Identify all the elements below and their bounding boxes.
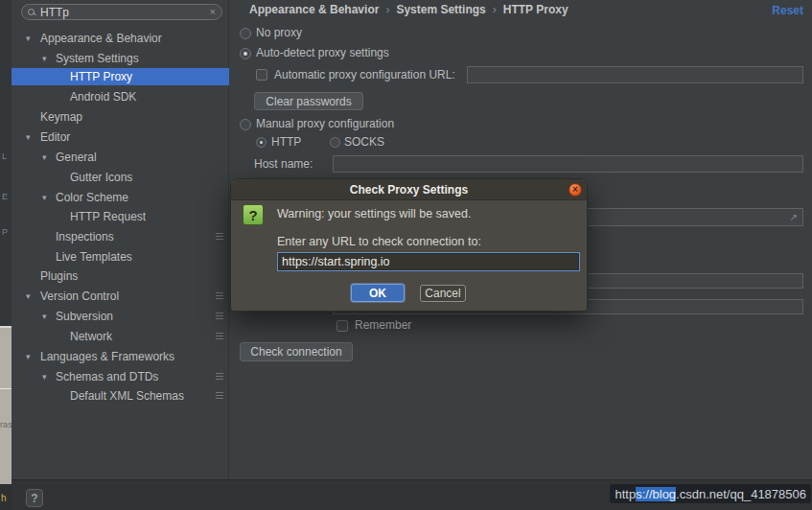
watermark-highlighted-text: s://blog bbox=[636, 487, 676, 501]
settings-search-input[interactable]: HTTp × bbox=[21, 4, 222, 20]
sidebar-item-gutter-icons[interactable]: Gutter Icons bbox=[12, 169, 229, 186]
collapse-arrow-icon[interactable]: ▾ bbox=[42, 308, 47, 325]
sidebar-item-editor[interactable]: ▾Editor bbox=[12, 128, 229, 146]
project-settings-icon bbox=[216, 373, 223, 382]
expand-field-icon[interactable]: ↗ bbox=[790, 212, 798, 222]
collapse-arrow-icon[interactable]: ▾ bbox=[42, 189, 47, 206]
breadcrumb-http-proxy: HTTP Proxy bbox=[503, 3, 568, 16]
cancel-button[interactable]: Cancel bbox=[420, 285, 466, 302]
help-button[interactable]: ? bbox=[26, 489, 43, 507]
background-text-fragment: L bbox=[2, 151, 7, 161]
search-query-text: HTTp bbox=[40, 6, 210, 19]
background-window-divider bbox=[0, 388, 12, 389]
project-settings-icon bbox=[216, 292, 223, 301]
auto-url-label[interactable]: Automatic proxy configuration URL: bbox=[274, 68, 455, 81]
check-url-input[interactable] bbox=[277, 252, 580, 271]
project-settings-icon bbox=[216, 233, 223, 242]
collapse-arrow-icon[interactable]: ▾ bbox=[42, 50, 47, 67]
collapse-arrow-icon[interactable]: ▾ bbox=[26, 30, 31, 47]
project-settings-icon bbox=[216, 333, 223, 341]
sidebar-item-http-request[interactable]: HTTP Request bbox=[12, 208, 229, 225]
settings-sidebar: HTTp × ▾Appearance & Behavior ▾System Se… bbox=[12, 0, 229, 479]
breadcrumb: Appearance & Behavior›System Settings›HT… bbox=[249, 3, 568, 16]
manual-proxy-label[interactable]: Manual proxy configuration bbox=[256, 117, 394, 130]
collapse-arrow-icon[interactable]: ▾ bbox=[26, 128, 31, 146]
check-connection-button[interactable]: Check connection bbox=[240, 342, 353, 361]
sidebar-item-appearance-behavior[interactable]: ▾Appearance & Behavior bbox=[12, 30, 229, 47]
auto-url-field[interactable] bbox=[467, 66, 803, 83]
collapse-arrow-icon[interactable]: ▾ bbox=[26, 348, 31, 365]
sidebar-item-general[interactable]: ▾General bbox=[12, 149, 229, 166]
background-text-fragment: E bbox=[2, 192, 8, 201]
http-radio[interactable] bbox=[256, 137, 267, 148]
breadcrumb-appearance-behavior[interactable]: Appearance & Behavior bbox=[249, 3, 379, 16]
auto-url-checkbox[interactable] bbox=[256, 69, 267, 81]
sidebar-item-version-control[interactable]: ▾Version Control bbox=[12, 288, 229, 305]
sidebar-item-color-scheme[interactable]: ▾Color Scheme bbox=[12, 189, 229, 206]
sidebar-item-network[interactable]: Network bbox=[12, 328, 229, 345]
breadcrumb-separator: › bbox=[385, 3, 389, 16]
search-icon bbox=[28, 9, 35, 16]
background-window-dark-area bbox=[0, 0, 12, 326]
ok-button[interactable]: OK bbox=[351, 284, 405, 302]
dialog-title: Check Proxy Settings bbox=[231, 179, 587, 200]
collapse-arrow-icon[interactable]: ▾ bbox=[42, 149, 47, 166]
reset-link[interactable]: Reset bbox=[772, 4, 803, 17]
auto-detect-label[interactable]: Auto-detect proxy settings bbox=[256, 46, 389, 59]
background-text-fragment: P bbox=[2, 227, 8, 237]
clear-passwords-button[interactable]: Clear passwords bbox=[254, 92, 363, 110]
manual-proxy-radio[interactable] bbox=[240, 119, 251, 130]
clear-search-icon[interactable]: × bbox=[210, 7, 216, 17]
sidebar-item-inspections[interactable]: Inspections bbox=[12, 228, 229, 245]
settings-screen: L E P ras h HTTp × ▾Appearance & Behavio… bbox=[0, 0, 812, 510]
remember-label[interactable]: Remember bbox=[355, 318, 411, 332]
watermark-text: http bbox=[615, 487, 636, 501]
csdn-watermark: https://blog.csdn.net/qq_41878506 bbox=[610, 484, 811, 503]
project-settings-icon bbox=[216, 392, 223, 401]
sidebar-item-subversion[interactable]: ▾Subversion bbox=[12, 308, 229, 325]
dialog-prompt-text: Enter any URL to check connection to: bbox=[277, 235, 481, 248]
question-icon: ? bbox=[243, 204, 264, 225]
sidebar-item-plugins[interactable]: Plugins bbox=[12, 267, 229, 285]
host-name-field[interactable] bbox=[333, 155, 803, 173]
auto-detect-radio[interactable] bbox=[240, 48, 251, 59]
background-window-light-area bbox=[0, 326, 12, 484]
host-name-label: Host name: bbox=[254, 157, 313, 171]
background-window-strip: L E P ras h bbox=[0, 0, 12, 510]
socks-label[interactable]: SOCKS bbox=[344, 135, 384, 149]
http-label[interactable]: HTTP bbox=[271, 135, 301, 149]
watermark-text: .csdn.net/qq_41878506 bbox=[676, 487, 806, 501]
collapse-arrow-icon[interactable]: ▾ bbox=[26, 288, 31, 305]
sidebar-item-default-xml-schemas[interactable]: Default XML Schemas bbox=[12, 387, 229, 405]
sidebar-item-http-proxy[interactable]: HTTP Proxy bbox=[12, 68, 229, 85]
socks-radio[interactable] bbox=[330, 137, 340, 148]
dialog-warning-text: Warning: your settings will be saved. bbox=[277, 207, 471, 220]
background-text-fragment: h bbox=[1, 493, 7, 503]
no-proxy-label[interactable]: No proxy bbox=[256, 26, 302, 39]
background-text-fragment: ras bbox=[0, 420, 12, 429]
sidebar-item-system-settings[interactable]: ▾System Settings bbox=[12, 50, 229, 67]
collapse-arrow-icon[interactable]: ▾ bbox=[42, 368, 47, 385]
sidebar-item-android-sdk[interactable]: Android SDK bbox=[12, 88, 229, 105]
sidebar-item-languages-frameworks[interactable]: ▾Languages & Frameworks bbox=[12, 348, 229, 365]
no-proxy-radio[interactable] bbox=[240, 28, 251, 39]
breadcrumb-system-settings[interactable]: System Settings bbox=[396, 3, 485, 16]
sidebar-item-live-templates[interactable]: Live Templates bbox=[12, 248, 229, 266]
close-icon[interactable]: × bbox=[568, 183, 582, 197]
sidebar-item-keymap[interactable]: Keymap bbox=[12, 108, 229, 126]
project-settings-icon bbox=[216, 313, 223, 321]
sidebar-item-schemas-dtds[interactable]: ▾Schemas and DTDs bbox=[12, 368, 229, 385]
breadcrumb-separator: › bbox=[493, 3, 497, 16]
check-proxy-settings-dialog: Check Proxy Settings × ? Warning: your s… bbox=[230, 178, 588, 312]
remember-checkbox[interactable] bbox=[336, 320, 348, 332]
